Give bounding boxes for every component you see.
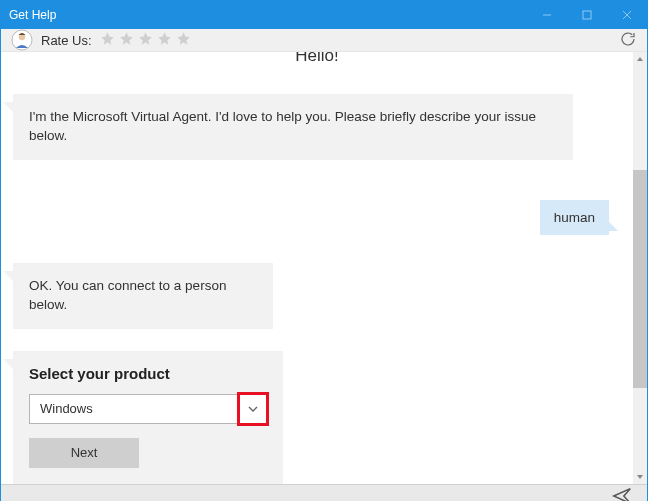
scroll-up-arrow[interactable] (633, 52, 647, 66)
chat-content: Hello! I'm the Microsoft Virtual Agent. … (1, 52, 633, 484)
product-select-caret[interactable] (239, 394, 267, 424)
send-icon (611, 485, 633, 501)
product-heading: Select your product (29, 365, 267, 382)
product-select[interactable]: Windows (29, 394, 239, 424)
cutoff-greeting: Hello! (13, 52, 621, 66)
star-2[interactable] (119, 31, 134, 49)
star-3[interactable] (138, 31, 153, 49)
star-1[interactable] (100, 31, 115, 49)
product-select-row: Windows (29, 394, 267, 424)
star-4[interactable] (157, 31, 172, 49)
svg-rect-0 (583, 11, 591, 19)
chat-input[interactable] (15, 490, 611, 501)
chat-body: Hello! I'm the Microsoft Virtual Agent. … (1, 52, 647, 484)
product-panel: Select your product Windows Next (13, 351, 283, 484)
scroll-down-arrow[interactable] (633, 470, 647, 484)
agent-avatar-icon (11, 29, 33, 51)
close-button[interactable] (607, 1, 647, 29)
agent-followup-text: OK. You can connect to a person below. (29, 278, 226, 312)
maximize-button[interactable] (567, 1, 607, 29)
scrollbar-thumb[interactable] (633, 170, 647, 388)
input-bar (1, 484, 647, 501)
minimize-button[interactable] (527, 1, 567, 29)
rate-bar: Rate Us: (1, 29, 647, 52)
user-message-wrap: human (13, 200, 621, 235)
title-bar: Get Help (1, 1, 647, 29)
agent-followup: OK. You can connect to a person below. (13, 263, 273, 329)
agent-message: I'm the Microsoft Virtual Agent. I'd lov… (13, 94, 573, 160)
next-button[interactable]: Next (29, 438, 139, 468)
app-window: Get Help Rate Us: (0, 0, 648, 501)
chevron-down-icon (247, 403, 259, 415)
agent-message-text: I'm the Microsoft Virtual Agent. I'd lov… (29, 109, 536, 143)
product-selected-value: Windows (40, 401, 93, 416)
send-button[interactable] (611, 485, 633, 501)
user-message: human (540, 200, 609, 235)
star-5[interactable] (176, 31, 191, 49)
rate-label: Rate Us: (41, 33, 92, 48)
refresh-icon[interactable] (619, 30, 637, 51)
window-title: Get Help (9, 8, 527, 22)
user-message-text: human (554, 210, 595, 225)
scrollbar-track[interactable] (633, 52, 647, 484)
